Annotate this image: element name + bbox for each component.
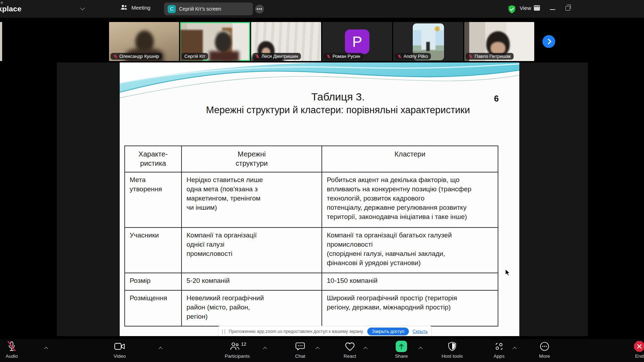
chevron-right-icon — [546, 39, 552, 45]
participant-name-tag: Сергій Кіт — [182, 53, 208, 60]
chat-options-chevron[interactable] — [316, 345, 319, 352]
table-cell: Нерідко ставиться лише одна мета (пов'яз… — [182, 172, 322, 227]
hide-banner-link[interactable]: Скрыть — [412, 329, 428, 334]
participants-count-badge: 12 — [241, 341, 246, 347]
mic-muted-icon — [255, 54, 260, 59]
mic-muted-icon — [113, 54, 118, 59]
video-label: Video — [114, 353, 126, 359]
next-participants-button[interactable] — [542, 35, 555, 48]
share-banner-text: Приложению app.zoom.us предоставлен дост… — [229, 329, 364, 334]
table-cell: Невеликий географічний район (місто, рай… — [182, 290, 322, 326]
share-label: Share — [395, 353, 408, 359]
logo-fragment-top: n — [1, 1, 22, 5]
participant-tile[interactable]: Леся Дмитришин — [251, 22, 321, 61]
screen-tab-avatar: C — [168, 5, 176, 13]
participant-name: Сергій Кіт — [184, 54, 205, 59]
table-cell: 10-150 компаній — [322, 273, 498, 290]
presentation-slide: Таблиця 3. Мережні структури й кластери:… — [120, 62, 519, 336]
tab-shared-screen[interactable]: C Сергій Кіт's screen — [164, 2, 253, 15]
table-cell: Мета утворення — [125, 172, 182, 227]
mic-muted-icon — [6, 341, 17, 352]
participant-name-tag: Andriy Pilko — [395, 53, 431, 60]
mic-muted-icon — [469, 54, 473, 59]
mouse-cursor — [505, 269, 510, 276]
table-header-cell: Мережні структури — [182, 146, 322, 172]
share-options-chevron[interactable] — [419, 345, 422, 352]
participant-name: Роман Русин — [332, 54, 360, 59]
screen-tab-menu-button[interactable]: ••• — [255, 5, 264, 13]
video-options-chevron[interactable] — [159, 345, 162, 352]
app-logo: n kplace — [0, 0, 22, 12]
view-button[interactable]: View — [520, 5, 540, 11]
more-button[interactable]: More — [523, 340, 566, 359]
chat-icon — [295, 341, 305, 351]
participant-name: Павло Петришак — [475, 54, 511, 59]
audio-label: Audio — [6, 353, 18, 359]
share-screen-icon — [396, 341, 407, 352]
participant-name: Andriy Pilko — [404, 54, 428, 59]
table-header-cell: Характе- ристика — [125, 146, 182, 172]
more-icon — [540, 341, 550, 351]
participant-name: Олександр Кушнір — [119, 54, 159, 59]
tab-meeting[interactable]: Meeting — [120, 4, 150, 11]
window-restore-button[interactable] — [565, 6, 570, 11]
share-button[interactable]: Share — [380, 340, 423, 359]
participant-name-tag: Леся Дмитришин — [253, 53, 301, 60]
window-minimize-button[interactable] — [550, 9, 555, 10]
table-cell: Робиться акцент на декілька факторів, що… — [322, 172, 498, 227]
partial-video-tile — [0, 22, 2, 61]
end-label: End — [635, 353, 644, 359]
participant-tile-active-speaker[interactable]: Сергій Кіт — [180, 22, 250, 61]
table-cell: Учасники — [125, 227, 182, 273]
heart-icon — [345, 342, 355, 351]
video-button[interactable]: Video — [98, 340, 141, 359]
participant-tile[interactable]: Павло Петришак — [464, 22, 534, 61]
participants-label: Participants — [225, 353, 250, 359]
apps-icon — [494, 341, 504, 351]
slide-page-number: 6 — [494, 94, 499, 104]
end-button[interactable]: End — [618, 340, 644, 359]
mic-muted-icon — [326, 54, 331, 59]
participants-icon — [229, 342, 240, 351]
host-tools-label: Host tools — [442, 353, 463, 359]
mic-muted-icon — [397, 54, 402, 59]
participant-tile[interactable]: Олександр Кушнір — [109, 22, 179, 61]
table-cell: 5-20 компаній — [182, 273, 322, 290]
participant-name: Леся Дмитришин — [261, 54, 298, 59]
screen-tab-label: Сергій Кіт's screen — [179, 6, 221, 12]
participant-tile[interactable]: Andriy Pilko — [393, 22, 463, 61]
chat-label: Chat — [295, 353, 305, 359]
people-icon — [120, 4, 128, 11]
drag-handle-icon[interactable] — [222, 329, 225, 334]
participant-name-tag: Олександр Кушнір — [110, 53, 162, 60]
host-tools-button[interactable]: Host tools — [431, 340, 473, 359]
participants-button[interactable]: 12 Participants — [216, 340, 259, 359]
apps-label: Apps — [494, 353, 505, 359]
view-grid-icon — [534, 5, 540, 11]
more-label: More — [539, 353, 550, 359]
participant-tile[interactable]: P Роман Русин — [322, 22, 392, 61]
participant-name-tag: Павло Петришак — [466, 53, 514, 60]
camera-icon — [114, 342, 125, 351]
participants-options-chevron[interactable] — [264, 345, 266, 352]
slide-subtitle: Мережні структури й кластери: порівняльн… — [138, 105, 519, 116]
table-cell: Компанії та організації багатьох галузей… — [322, 227, 498, 273]
table-cell: Розмір — [125, 273, 182, 290]
webcam-person — [215, 32, 231, 53]
meeting-toolbar: Audio Video 12 Participants — [0, 339, 644, 362]
chat-button[interactable]: Chat — [279, 340, 321, 359]
table-cell: Компанії та організації однієї галузі пр… — [182, 227, 322, 273]
audio-button[interactable]: Audio — [0, 340, 33, 359]
end-call-icon — [634, 341, 644, 352]
react-options-chevron[interactable] — [364, 345, 367, 352]
screen-share-banner: Приложению app.zoom.us предоставлен дост… — [218, 326, 432, 336]
comparison-table: Характе- ристика Мережні структури Класт… — [124, 146, 498, 327]
table-cell: Широкий географічний простір (територія … — [322, 290, 498, 326]
participant-name-tag: Роман Русин — [324, 53, 363, 60]
security-shield-icon[interactable] — [507, 5, 516, 14]
tab-meeting-label: Meeting — [131, 5, 150, 11]
stop-sharing-button[interactable]: Закрыть доступ — [367, 328, 409, 335]
apps-options-chevron[interactable] — [513, 345, 516, 352]
chevron-down-icon[interactable] — [80, 6, 85, 10]
audio-options-chevron[interactable] — [45, 345, 48, 352]
